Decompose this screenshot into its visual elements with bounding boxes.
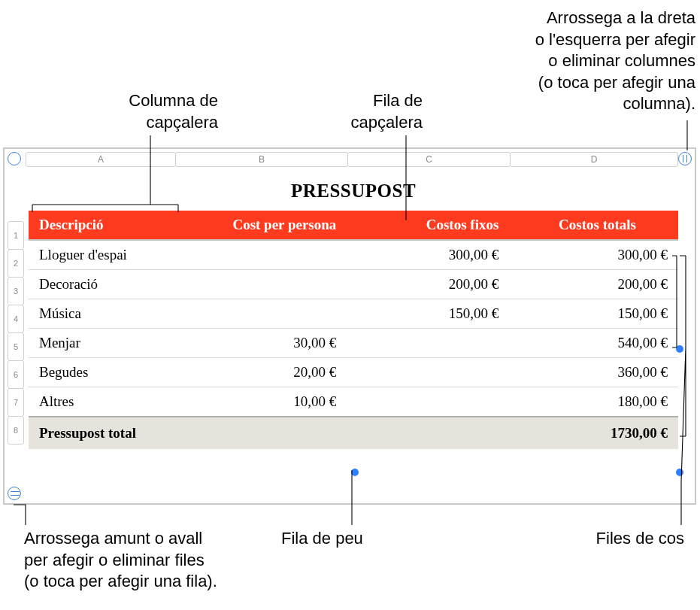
row-header-5[interactable]: 5: [8, 332, 24, 361]
callout-footer-row: Fila de peu: [281, 528, 432, 550]
col-header-a[interactable]: A: [26, 152, 176, 167]
table-title: PRESSUPOST: [29, 181, 678, 202]
cell-fixed[interactable]: [347, 358, 509, 387]
cell-desc[interactable]: Altres: [29, 387, 178, 417]
row-header-2[interactable]: 2: [8, 249, 24, 278]
table-row[interactable]: Menjar 30,00 € 540,00 €: [29, 329, 678, 358]
cell-fixed[interactable]: 150,00 €: [347, 299, 509, 329]
callout-header-row: Fila decapçalera: [310, 90, 423, 133]
selection-dot[interactable]: [676, 345, 683, 353]
cell-per-person[interactable]: 20,00 €: [178, 358, 347, 387]
cell-desc[interactable]: Menjar: [29, 329, 178, 358]
cell-total[interactable]: 360,00 €: [509, 358, 678, 387]
cell-total[interactable]: 200,00 €: [509, 270, 678, 299]
cell-desc[interactable]: Decoració: [29, 270, 178, 299]
row-numbers-strip: 1 2 3 4 5 6 7 8: [8, 221, 24, 444]
row-header-4[interactable]: 4: [8, 305, 24, 333]
footer-label[interactable]: Pressupost total: [29, 417, 178, 449]
cell-per-person[interactable]: 30,00 €: [178, 329, 347, 358]
col-header-b[interactable]: B: [175, 152, 348, 167]
col-header-d[interactable]: D: [510, 152, 678, 167]
table-body: Lloguer d'espai 300,00 € 300,00 € Decora…: [29, 240, 678, 417]
table-row[interactable]: Altres 10,00 € 180,00 €: [29, 387, 678, 417]
table-row[interactable]: Decoració 200,00 € 200,00 €: [29, 270, 678, 299]
table-row[interactable]: Música 150,00 € 150,00 €: [29, 299, 678, 329]
callout-drag-rows: Arrossega amunt o avallper afegir o elim…: [24, 528, 272, 593]
row-header-3[interactable]: 3: [8, 277, 24, 305]
header-per-person[interactable]: Cost per persona: [178, 211, 347, 240]
cell-desc[interactable]: Begudes: [29, 358, 178, 387]
column-letters-strip: A B C D: [26, 152, 678, 167]
callout-body-rows: Files de cos: [549, 528, 684, 550]
cell-desc[interactable]: Música: [29, 299, 178, 329]
row-header-7[interactable]: 7: [8, 388, 24, 417]
row-header-6[interactable]: 6: [8, 360, 24, 389]
cell-fixed[interactable]: [347, 329, 509, 358]
cell-desc[interactable]: Lloguer d'espai: [29, 240, 178, 270]
header-row[interactable]: Descripció Cost per persona Costos fixos…: [29, 211, 678, 240]
col-header-c[interactable]: C: [347, 152, 511, 167]
header-desc[interactable]: Descripció: [29, 211, 178, 240]
cell-per-person[interactable]: [178, 270, 347, 299]
selection-dot[interactable]: [351, 469, 359, 476]
add-column-handle[interactable]: [678, 152, 692, 165]
row-header-8[interactable]: 8: [8, 416, 24, 445]
selection-dot[interactable]: [676, 469, 683, 476]
cell-per-person[interactable]: 10,00 €: [178, 387, 347, 417]
footer-value[interactable]: 1730,00 €: [509, 417, 678, 449]
footer-row[interactable]: Pressupost total 1730,00 €: [29, 417, 678, 449]
callout-drag-columns: Arrossega a la dretao l'esquerra per afe…: [485, 8, 695, 115]
add-row-handle[interactable]: [8, 487, 21, 500]
cell-fixed[interactable]: 300,00 €: [347, 240, 509, 270]
cell-total[interactable]: 180,00 €: [509, 387, 678, 417]
header-fixed[interactable]: Costos fixos: [347, 211, 509, 240]
table-row[interactable]: Lloguer d'espai 300,00 € 300,00 €: [29, 240, 678, 270]
header-total[interactable]: Costos totals: [509, 211, 678, 240]
callout-header-column: Columna decapçalera: [83, 90, 218, 133]
budget-table[interactable]: Descripció Cost per persona Costos fixos…: [29, 211, 678, 449]
select-all-handle[interactable]: [8, 152, 21, 165]
table-container: PRESSUPOST Descripció Cost per persona C…: [29, 181, 678, 464]
cell-total[interactable]: 540,00 €: [509, 329, 678, 358]
cell-fixed[interactable]: 200,00 €: [347, 270, 509, 299]
table-row[interactable]: Begudes 20,00 € 360,00 €: [29, 358, 678, 387]
cell-per-person[interactable]: [178, 299, 347, 329]
cell-per-person[interactable]: [178, 240, 347, 270]
cell-fixed[interactable]: [347, 387, 509, 417]
cell-total[interactable]: 300,00 €: [509, 240, 678, 270]
row-header-1[interactable]: 1: [8, 221, 24, 250]
cell-total[interactable]: 150,00 €: [509, 299, 678, 329]
spreadsheet-frame: A B C D 1 2 3 4 5 6 7 8 PRESSUPOST Descr…: [3, 147, 696, 505]
